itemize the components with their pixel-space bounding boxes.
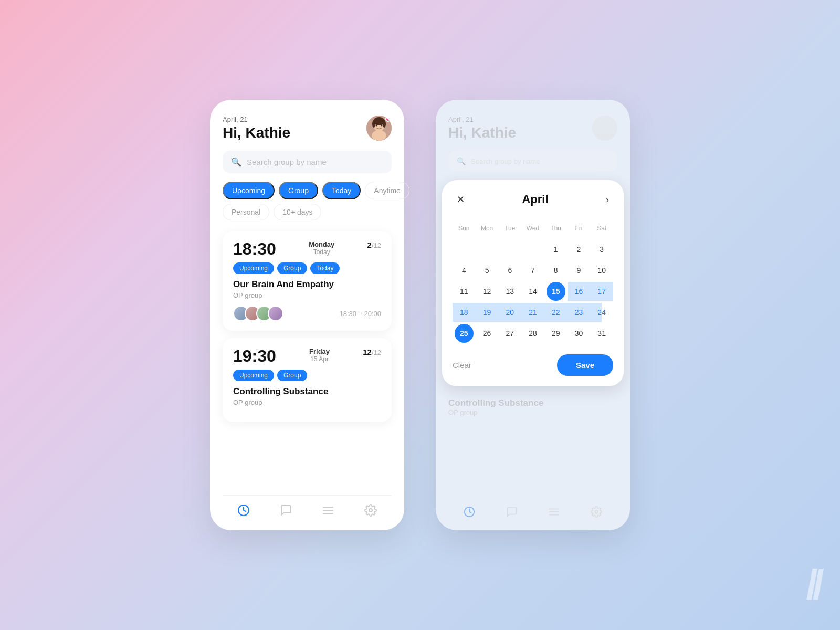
- cal-label-wed: Wed: [521, 218, 544, 239]
- session-date-1: Today: [309, 248, 334, 256]
- cal-date-19[interactable]: 19: [476, 302, 499, 323]
- cal-week-3: 11 12 13 14 15 16 17: [453, 281, 613, 302]
- save-button[interactable]: Save: [557, 354, 613, 376]
- phone2-search-icon-bg: 🔍: [457, 157, 466, 165]
- phone2-bg: April, 21 Hi, Kathie 🔍 Search group by n…: [436, 100, 630, 180]
- cal-date-23[interactable]: 23: [568, 302, 591, 323]
- bottom-nav-1: [223, 495, 392, 530]
- cal-label-thu: Thu: [544, 218, 568, 239]
- cal-date-31[interactable]: 31: [590, 323, 613, 344]
- session-card-1[interactable]: 18:30 Monday Today 2/12 Upcoming Group T…: [223, 231, 392, 331]
- nav-menu-icon[interactable]: [322, 504, 334, 520]
- session-top-2: 19:30 Friday 15 Apr 12/12: [233, 348, 381, 364]
- cal-date-5[interactable]: 5: [476, 260, 499, 281]
- session-avatars-1: [233, 306, 279, 321]
- phone2-bottom-content: Controlling Substance OP group: [436, 392, 630, 497]
- phone1-title-group: April, 21 Hi, Kathie: [223, 116, 290, 141]
- cal-date-8[interactable]: 8: [544, 260, 568, 281]
- phone-1: April, 21 Hi, Kathie: [210, 100, 404, 530]
- cal-date-29[interactable]: 29: [544, 323, 568, 344]
- cal-header: ✕ April ›: [453, 192, 613, 207]
- cal-date-20[interactable]: 20: [498, 302, 521, 323]
- cal-empty-2: [476, 239, 499, 260]
- cal-empty-4: [521, 239, 544, 260]
- cal-date-4[interactable]: 4: [453, 260, 476, 281]
- tag-group-1: Group: [277, 262, 307, 274]
- cal-date-16[interactable]: 16: [568, 281, 591, 302]
- cal-label-tue: Tue: [498, 218, 521, 239]
- filter-anytime[interactable]: Anytime: [365, 182, 410, 200]
- cal-empty-3: [498, 239, 521, 260]
- session-time-2: 19:30: [233, 348, 276, 364]
- cal-date-10[interactable]: 10: [590, 260, 613, 281]
- session-group-1: OP group: [233, 291, 381, 299]
- session-card-2[interactable]: 19:30 Friday 15 Apr 12/12 Upcoming Group…: [223, 338, 392, 422]
- cal-prev-button[interactable]: ✕: [453, 192, 469, 207]
- cal-date-26[interactable]: 26: [476, 323, 499, 344]
- phone2-search-bg: 🔍 Search group by name: [448, 151, 617, 172]
- bottom-nav-2: [436, 497, 630, 530]
- cal-date-14[interactable]: 14: [521, 281, 544, 302]
- cal-next-button[interactable]: ›: [602, 192, 613, 207]
- cal-date-15-selected[interactable]: 15: [544, 281, 568, 302]
- nav2-chat-icon[interactable]: [506, 506, 518, 520]
- phone-2: April, 21 Hi, Kathie 🔍 Search group by n…: [436, 100, 630, 530]
- cal-week-1: 1 2 3: [453, 239, 613, 260]
- cal-date-2[interactable]: 2: [568, 239, 591, 260]
- cal-date-6[interactable]: 6: [498, 260, 521, 281]
- filter-10plus[interactable]: 10+ days: [274, 204, 321, 220]
- cal-label-sat: Sat: [590, 218, 613, 239]
- session-day-info-1: Monday Today: [309, 240, 334, 256]
- nav-clock-icon[interactable]: [237, 504, 250, 520]
- cal-date-27[interactable]: 27: [498, 323, 521, 344]
- deco-slashes: //: [806, 561, 819, 609]
- clear-button[interactable]: Clear: [453, 359, 471, 372]
- tag-today-1: Today: [310, 262, 340, 274]
- nav-settings-icon[interactable]: [364, 504, 377, 520]
- svg-point-12: [369, 509, 372, 512]
- nav2-settings-icon[interactable]: [591, 506, 602, 520]
- nav2-menu-icon[interactable]: [548, 506, 560, 520]
- phone1-date: April, 21: [223, 116, 290, 123]
- session-top-1: 18:30 Monday Today 2/12: [233, 240, 381, 257]
- cal-date-17[interactable]: 17: [590, 281, 613, 302]
- filter-group[interactable]: Group: [279, 182, 318, 200]
- session-date-2: 15 Apr: [309, 355, 330, 363]
- session-count-1: 2/12: [368, 240, 381, 249]
- session-day-1: Monday: [309, 240, 334, 248]
- nav2-clock-icon[interactable]: [464, 506, 475, 520]
- cal-date-9[interactable]: 9: [568, 260, 591, 281]
- cal-date-13[interactable]: 13: [498, 281, 521, 302]
- phone2-avatar-bg: [592, 116, 617, 141]
- cal-week-5: 25 26 27 28 29 30 31: [453, 323, 613, 344]
- filter-upcoming[interactable]: Upcoming: [223, 182, 275, 200]
- session-count-2: 12/12: [363, 348, 381, 356]
- session-footer-1: 18:30 – 20:00: [233, 306, 381, 321]
- phone2-bottom-group: OP group: [448, 408, 617, 416]
- cal-empty-1: [453, 239, 476, 260]
- cal-date-21[interactable]: 21: [521, 302, 544, 323]
- cal-date-18[interactable]: 18: [453, 302, 476, 323]
- phone2-bottom-title: Controlling Substance: [448, 398, 617, 408]
- cal-date-30[interactable]: 30: [568, 323, 591, 344]
- cal-date-1[interactable]: 1: [544, 239, 568, 260]
- avatar-dot: [385, 117, 391, 122]
- search-bar[interactable]: 🔍 Search group by name: [223, 151, 392, 173]
- filter-personal[interactable]: Personal: [223, 204, 269, 220]
- cal-date-25-selected[interactable]: 25: [453, 323, 476, 344]
- cal-date-3[interactable]: 3: [590, 239, 613, 260]
- cal-date-12[interactable]: 12: [476, 281, 499, 302]
- cal-date-11[interactable]: 11: [453, 281, 476, 302]
- filter-row-2: Personal 10+ days: [223, 204, 392, 220]
- cal-date-24[interactable]: 24: [590, 302, 613, 323]
- nav-chat-icon[interactable]: [280, 504, 292, 520]
- calendar-modal: ✕ April › Sun Mon Tue Wed Thu Fri Sat 1: [442, 180, 624, 386]
- session-day-info-2: Friday 15 Apr: [309, 348, 330, 363]
- cal-date-7[interactable]: 7: [521, 260, 544, 281]
- filter-today[interactable]: Today: [322, 182, 361, 200]
- cal-label-sun: Sun: [453, 218, 476, 239]
- cal-date-22[interactable]: 22: [544, 302, 568, 323]
- cal-date-28[interactable]: 28: [521, 323, 544, 344]
- search-placeholder: Search group by name: [247, 158, 327, 166]
- session-tags-1: Upcoming Group Today: [233, 262, 381, 274]
